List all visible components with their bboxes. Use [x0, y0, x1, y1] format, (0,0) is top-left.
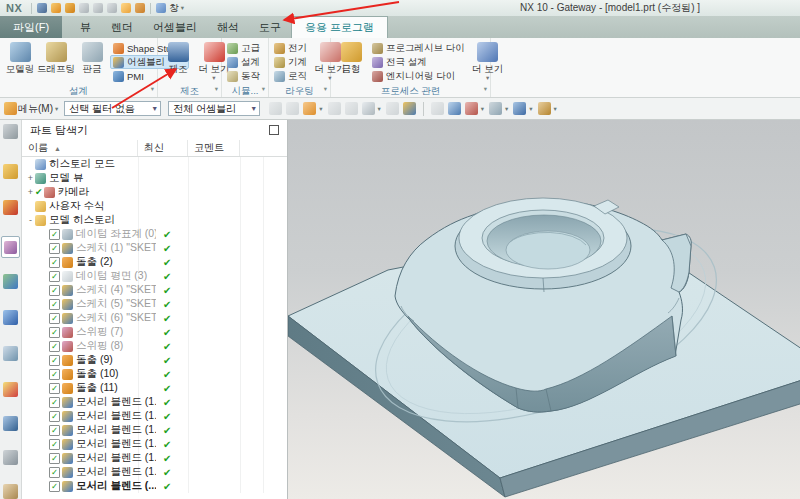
touch-select-icon[interactable] [3, 416, 18, 431]
tree-row[interactable]: ✓모서리 블렌드 (1...✔ [22, 465, 287, 479]
move-object-icon[interactable] [328, 102, 341, 115]
gear-icon[interactable] [3, 124, 18, 139]
feature-checkbox[interactable]: ✓ [49, 257, 60, 268]
ribbon-button-프로그레시브 다이[interactable]: 프로그레시브 다이 [369, 41, 470, 55]
tree-expander[interactable]: + [26, 174, 35, 183]
feature-checkbox[interactable]: ✓ [49, 411, 60, 422]
tree-row[interactable]: ✓스케치 (6) "SKET...✔ [22, 311, 287, 325]
orbit-icon[interactable] [448, 102, 461, 115]
part-navigator-icon[interactable] [1, 236, 20, 258]
tree-row[interactable]: +모델 뷰 [22, 171, 287, 185]
chevron-down-icon[interactable]: ▾ [262, 83, 265, 95]
ribbon-button-로직[interactable]: 로직 [271, 69, 312, 83]
feature-checkbox[interactable]: ✓ [49, 243, 60, 254]
column-header-최신[interactable]: 최신 [138, 140, 188, 156]
chevron-down-icon[interactable]: ▾ [151, 83, 154, 95]
tree-row[interactable]: ✓데이텀 평면 (3)✔ [22, 269, 287, 283]
feature-checkbox[interactable]: ✓ [49, 397, 60, 408]
menu-button[interactable]: 메뉴(M) ▾ [0, 102, 64, 116]
ribbon-button-설계[interactable]: 설계 [224, 55, 265, 69]
feature-checkbox[interactable]: ✓ [49, 355, 60, 366]
chevron-down-icon[interactable]: ▾ [505, 105, 508, 113]
tree-expander[interactable]: - [26, 216, 35, 225]
copy-object-icon[interactable] [345, 102, 358, 115]
column-header-이름[interactable]: 이름▲ [22, 140, 138, 156]
tree-row[interactable]: ✓모서리 블렌드 (1...✔ [22, 409, 287, 423]
feature-checkbox[interactable]: ✓ [49, 299, 60, 310]
copy-icon[interactable] [93, 3, 103, 13]
paste-icon[interactable] [107, 3, 117, 13]
material-icon[interactable] [513, 102, 526, 115]
solid-body-icon[interactable] [403, 102, 416, 115]
assembly-navigator-icon[interactable] [3, 164, 18, 179]
feature-checkbox[interactable]: ✓ [49, 285, 60, 296]
tree-row[interactable]: ✓스케치 (1) "SKET...✔ [22, 241, 287, 255]
feature-checkbox[interactable]: ✓ [49, 229, 60, 240]
tab-파일(F)[interactable]: 파일(F) [0, 16, 62, 38]
graphics-viewport[interactable] [288, 120, 800, 499]
selection-rect-icon[interactable] [362, 102, 375, 115]
ribbon-button-엔지니어링 다이[interactable]: 엔지니어링 다이 [369, 69, 470, 83]
web-info-icon[interactable] [3, 310, 18, 325]
selection-scope-combo[interactable]: 전체 어셈블리 ▼ [168, 101, 260, 116]
touch-mode-icon[interactable] [135, 3, 145, 13]
feature-checkbox[interactable]: ✓ [49, 467, 60, 478]
feature-checkbox[interactable]: ✓ [49, 481, 60, 492]
tree-expander[interactable]: + [26, 188, 35, 197]
snap-curve-icon[interactable] [286, 102, 299, 115]
ribbon-button-금형[interactable]: 금형 [333, 40, 369, 74]
chevron-down-icon[interactable]: ▾ [484, 83, 487, 95]
window-button-label[interactable]: 창 [169, 2, 179, 15]
tree-row[interactable]: ✓모서리 블렌드 (...✔ [22, 479, 287, 493]
ribbon-button-더 보기[interactable]: 더 보기▾ [470, 40, 506, 81]
tree-row[interactable]: ✓모서리 블렌드 (1...✔ [22, 423, 287, 437]
ribbon-button-동작[interactable]: 동작 [224, 69, 265, 83]
ribbon-button-제조[interactable]: 제조 [160, 40, 196, 74]
tree-row[interactable]: ✓돌출 (9)✔ [22, 353, 287, 367]
ribbon-button-기계[interactable]: 기계 [271, 55, 312, 69]
feature-checkbox[interactable]: ✓ [49, 425, 60, 436]
tab-뷰[interactable]: 뷰 [70, 16, 101, 38]
reuse-library-icon[interactable] [3, 274, 18, 289]
tree-row[interactable]: ✓스위핑 (8)✔ [22, 339, 287, 353]
feature-checkbox[interactable]: ✓ [49, 453, 60, 464]
view-layout-icon[interactable] [465, 102, 478, 115]
tree-row[interactable]: -모델 히스토리 [22, 213, 287, 227]
ribbon-button-판금[interactable]: 판금 [74, 40, 110, 74]
feature-checkbox[interactable]: ✓ [49, 341, 60, 352]
ribbon-button-드래프팅[interactable]: 드래프팅 [38, 40, 74, 74]
feature-checkbox[interactable]: ✓ [49, 327, 60, 338]
column-header-코멘트[interactable]: 코멘트 [188, 140, 240, 156]
ribbon-button-전기[interactable]: 전기 [271, 41, 312, 55]
history-icon[interactable] [3, 346, 18, 361]
tab-렌더[interactable]: 렌더 [101, 16, 143, 38]
tree-row[interactable]: ✓모서리 블렌드 (1...✔ [22, 451, 287, 465]
tree-row[interactable]: ✓돌출 (10)✔ [22, 367, 287, 381]
work-layer-icon[interactable] [303, 102, 316, 115]
tree-row[interactable]: ✓스케치 (4) "SKET...✔ [22, 283, 287, 297]
window-panel-icon[interactable] [3, 484, 18, 499]
roles-palette-icon[interactable] [3, 382, 18, 397]
constraint-navigator-icon[interactable] [3, 200, 18, 215]
feature-checkbox[interactable]: ✓ [49, 271, 60, 282]
tab-어셈블리[interactable]: 어셈블리 [143, 16, 207, 38]
render-style-icon[interactable] [489, 102, 502, 115]
tab-해석[interactable]: 해석 [207, 16, 249, 38]
machining-wizard-icon[interactable] [3, 450, 18, 465]
chevron-down-icon[interactable]: ▾ [481, 105, 484, 113]
chevron-down-icon[interactable]: ▾ [529, 105, 532, 113]
tab-응용 프로그램[interactable]: 응용 프로그램 [291, 16, 388, 38]
tree-row[interactable]: ✓돌출 (2)✔ [22, 255, 287, 269]
feature-checkbox[interactable]: ✓ [49, 369, 60, 380]
cut-icon[interactable] [79, 3, 89, 13]
tree-row[interactable]: ✓데이텀 좌표계 (0)✔ [22, 227, 287, 241]
ribbon-button-전극 설계[interactable]: 전극 설계 [369, 55, 470, 69]
chevron-down-icon[interactable]: ▾ [554, 105, 557, 113]
chevron-down-icon[interactable]: ▾ [324, 83, 327, 95]
tree-row[interactable]: ✓돌출 (11)✔ [22, 381, 287, 395]
tree-row[interactable]: ✓모서리 블렌드 (1...✔ [22, 437, 287, 451]
chevron-down-icon[interactable]: ▾ [378, 105, 381, 113]
repeat-command-icon[interactable] [121, 3, 131, 13]
feature-checkbox[interactable]: ✓ [49, 439, 60, 450]
measure-icon[interactable] [538, 102, 551, 115]
